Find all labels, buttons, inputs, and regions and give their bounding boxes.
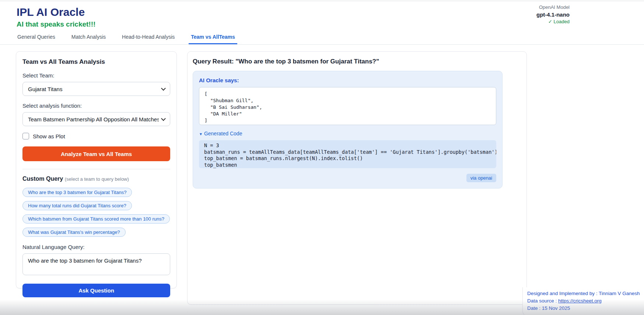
nlq-input[interactable]: Who are the top 3 batsmen for Gujarat Ti… <box>22 253 170 275</box>
generated-code-block: N = 3 batsman_runs = teamAllTeams_data[t… <box>199 140 496 168</box>
suggested-query-pill[interactable]: Who are the top 3 batsmen for Gujarat Ti… <box>22 188 132 197</box>
analysis-function-select[interactable]: Team Batsmen Partnership All Opposition … <box>22 112 170 126</box>
data-source-label: Data source : <box>527 298 558 304</box>
custom-query-note: (select a team to query below) <box>65 176 129 182</box>
show-as-plot-label[interactable]: Show as Plot <box>33 133 65 139</box>
oracle-result-card: AI Oracle says: [ "Shubman Gill", "B Sai… <box>193 71 503 188</box>
suggested-query-pill[interactable]: How many total runs did Gujarat Titans s… <box>22 201 132 210</box>
model-status: ✓ Loaded <box>536 19 570 24</box>
custom-query-heading: Custom Query (select a team to query bel… <box>22 176 170 182</box>
analysis-sidebar: Team vs All Teams Analysis Select Team: … <box>16 51 177 288</box>
generated-code-toggle[interactable]: ▼Generated Code <box>199 131 496 136</box>
select-team-label: Select Team: <box>22 72 170 79</box>
date-line: Date : 15 Nov 2025 <box>527 305 635 312</box>
custom-query-title: Custom Query <box>22 176 63 182</box>
suggested-query-pill[interactable]: Which batsmen from Gujarat Titans scored… <box>22 214 170 224</box>
tab-head-to-head-analysis[interactable]: Head-to-Head Analysis <box>120 34 177 44</box>
oracle-says-label: AI Oracle says: <box>199 77 496 83</box>
model-status-label: Loaded <box>554 19 570 24</box>
show-as-plot-checkbox[interactable] <box>22 133 29 139</box>
model-name: gpt-4.1-nano <box>536 11 570 18</box>
cricsheet-link[interactable]: https://cricsheet.org <box>558 298 602 304</box>
suggested-queries: Who are the top 3 batsmen for Gujarat Ti… <box>22 188 170 237</box>
tab-general-queries[interactable]: General Queries <box>15 34 57 44</box>
model-provider-label: OpenAI Model <box>536 4 570 10</box>
select-function-label: Select analysis function: <box>22 103 170 109</box>
sidebar-heading: Team vs All Teams Analysis <box>22 58 170 66</box>
data-source-line: Data source : https://cricsheet.org <box>527 297 635 305</box>
tab-bar: General Queries Match Analysis Head-to-H… <box>0 34 644 45</box>
credit-line: Designed and Implemented by : Tinniam V … <box>527 290 635 297</box>
sidebar-divider <box>22 169 170 169</box>
model-info: OpenAI Model gpt-4.1-nano ✓ Loaded <box>536 4 570 24</box>
team-select-wrap: Gujarat Titans <box>22 82 170 96</box>
ask-question-button[interactable]: Ask Question <box>22 284 170 297</box>
analyze-button[interactable]: Analyze Team vs All Teams <box>22 146 170 161</box>
result-output-box: [ "Shubman Gill", "B Sai Sudharsan", "DA… <box>199 87 496 125</box>
query-result-heading: Query Result: "Who are the top 3 batsmen… <box>193 58 521 65</box>
tab-match-analysis[interactable]: Match Analysis <box>69 34 108 44</box>
suggested-query-pill[interactable]: What was Gujarat Titans's win percentage… <box>22 228 126 237</box>
function-select-wrap: Team Batsmen Partnership All Opposition … <box>22 112 170 126</box>
team-select[interactable]: Gujarat Titans <box>22 82 170 96</box>
app-header: IPL AI Oracle AI that speaks cricket!!! … <box>0 0 644 28</box>
generated-code-label: Generated Code <box>204 131 242 136</box>
collapse-triangle-icon: ▼ <box>199 132 203 136</box>
via-openai-badge: via openai <box>466 174 496 182</box>
check-icon: ✓ <box>548 19 552 24</box>
content-area: Team vs All Teams Analysis Select Team: … <box>0 45 644 305</box>
result-main-panel: Query Result: "Who are the top 3 batsmen… <box>187 51 527 305</box>
credits-footer: Designed and Implemented by : Tinniam V … <box>522 287 644 315</box>
tab-team-vs-allteams[interactable]: Team vs AllTeams <box>189 34 237 44</box>
badge-row: via openai <box>199 174 496 182</box>
nlq-label: Natural Language Query: <box>22 244 170 250</box>
show-as-plot-row: Show as Plot <box>22 133 170 139</box>
